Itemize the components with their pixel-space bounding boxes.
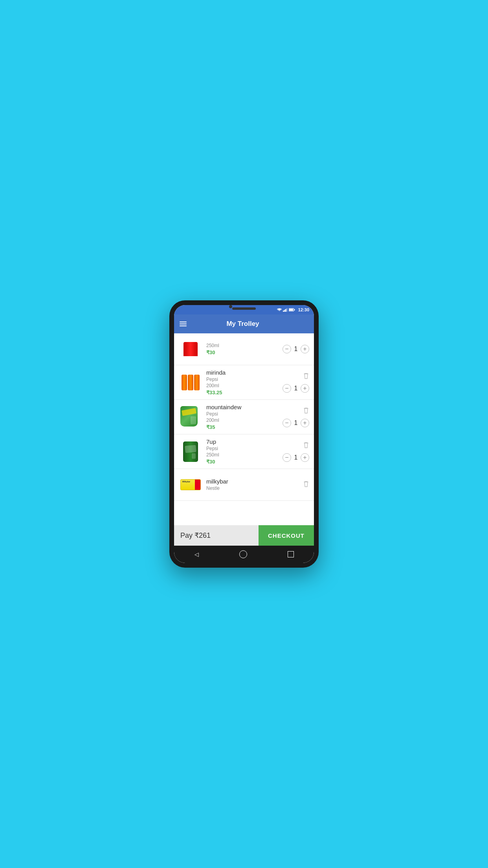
item-price-1: ₹33.25 xyxy=(206,390,283,395)
qty-increase-1[interactable]: + xyxy=(301,384,309,393)
nav-recent-button[interactable] xyxy=(288,551,294,557)
qty-decrease-1[interactable]: − xyxy=(283,384,291,393)
item-details-1: mirinda Pepsi 200ml ₹33.25 xyxy=(206,369,283,395)
trash-icon-1 xyxy=(303,372,309,379)
svg-rect-2 xyxy=(285,309,286,312)
svg-rect-0 xyxy=(283,311,284,312)
item-brand-1: Pepsi xyxy=(206,377,283,382)
delete-btn-4[interactable] xyxy=(303,480,309,489)
phone-device: 12:30 My Trolley 250ml ₹30 xyxy=(169,300,319,568)
nav-back-button[interactable]: ◁ xyxy=(194,551,199,557)
cart-item-3: 7up Pepsi 250ml ₹30 − 1 + xyxy=(174,434,314,469)
item-brand-4: Nestle xyxy=(206,485,303,491)
pay-label: Pay ₹261 xyxy=(174,531,259,540)
qty-value-1: 1 xyxy=(294,385,298,392)
qty-value-3: 1 xyxy=(294,454,298,461)
qty-decrease-0[interactable]: − xyxy=(283,345,291,353)
item-image-3 xyxy=(179,440,202,463)
item-image-0 xyxy=(179,337,202,361)
delete-btn-2[interactable] xyxy=(303,407,309,416)
battery-icon xyxy=(289,308,295,312)
item-price-3: ₹30 xyxy=(206,459,283,465)
app-bar: My Trolley xyxy=(174,314,314,333)
qty-control-0: − 1 + xyxy=(283,345,309,353)
mirinda-can-icon-2 xyxy=(188,375,193,390)
item-actions-3: − 1 + xyxy=(283,441,309,462)
mirinda-can-icon-3 xyxy=(194,375,200,390)
item-image-1 xyxy=(179,371,202,394)
qty-decrease-2[interactable]: − xyxy=(283,419,291,427)
svg-rect-5 xyxy=(294,309,295,311)
item-volume-0: 250ml xyxy=(206,343,283,348)
cart-item-1: mirinda Pepsi 200ml ₹33.25 − 1 + xyxy=(174,365,314,400)
red-can-partial-icon xyxy=(183,342,198,356)
milkybar-icon: Milkybar xyxy=(180,479,201,490)
mirinda-can-icon-1 xyxy=(182,375,187,390)
svg-rect-1 xyxy=(284,310,285,312)
item-actions-0: − 1 + xyxy=(283,345,309,353)
item-brand-3: Pepsi xyxy=(206,446,283,451)
cart-item-4: Milkybar milkybar Nestle xyxy=(174,469,314,501)
item-volume-1: 200ml xyxy=(206,383,283,388)
qty-value-2: 1 xyxy=(294,419,298,427)
qty-control-1: − 1 + xyxy=(283,384,309,393)
trash-icon-4 xyxy=(303,480,309,487)
qty-increase-2[interactable]: + xyxy=(301,419,309,427)
7up-can-icon xyxy=(183,441,198,462)
footer-bar: Pay ₹261 CHECKOUT xyxy=(174,525,314,546)
item-actions-1: − 1 + xyxy=(283,372,309,393)
item-brand-2: Pepsi xyxy=(206,411,283,417)
item-volume-2: 200ml xyxy=(206,417,283,423)
phone-screen: 12:30 My Trolley 250ml ₹30 xyxy=(174,305,314,563)
item-details-2: mountaindew Pepsi 200ml ₹35 xyxy=(206,404,283,430)
item-name-1: mirinda xyxy=(206,369,283,376)
trash-icon-3 xyxy=(303,441,309,449)
wifi-icon xyxy=(277,308,282,312)
svg-rect-6 xyxy=(289,309,293,311)
cart-item-0: 250ml ₹30 − 1 + xyxy=(174,333,314,365)
item-name-2: mountaindew xyxy=(206,404,283,410)
signal-icon xyxy=(283,308,288,312)
qty-value-0: 1 xyxy=(294,346,298,353)
qty-increase-3[interactable]: + xyxy=(301,453,309,462)
status-time: 12:30 xyxy=(298,307,309,312)
trash-icon-2 xyxy=(303,407,309,414)
item-actions-4 xyxy=(303,480,309,489)
delete-btn-3[interactable] xyxy=(303,441,309,450)
item-name-4: milkybar xyxy=(206,478,303,485)
checkout-button[interactable]: CHECKOUT xyxy=(259,525,314,546)
item-price-2: ₹35 xyxy=(206,424,283,430)
mountaindew-cup-icon xyxy=(180,406,198,427)
item-price-0: ₹30 xyxy=(206,349,283,355)
item-details-0: 250ml ₹30 xyxy=(206,343,283,355)
nav-bar: ◁ xyxy=(174,546,314,563)
hamburger-menu[interactable] xyxy=(180,322,187,326)
cart-list: 250ml ₹30 − 1 + xyxy=(174,333,314,525)
status-icons xyxy=(277,308,295,312)
svg-rect-3 xyxy=(286,308,288,312)
qty-increase-0[interactable]: + xyxy=(301,345,309,353)
item-details-4: milkybar Nestle xyxy=(206,478,303,492)
item-volume-3: 250ml xyxy=(206,452,283,458)
app-title: My Trolley xyxy=(187,320,299,328)
status-bar: 12:30 xyxy=(174,305,314,314)
item-image-2 xyxy=(179,405,202,429)
item-actions-2: − 1 + xyxy=(283,407,309,427)
qty-decrease-3[interactable]: − xyxy=(283,453,291,462)
delete-btn-1[interactable] xyxy=(303,372,309,381)
cart-item-2: mountaindew Pepsi 200ml ₹35 − 1 + xyxy=(174,400,314,434)
item-details-3: 7up Pepsi 250ml ₹30 xyxy=(206,438,283,465)
qty-control-3: − 1 + xyxy=(283,453,309,462)
item-name-3: 7up xyxy=(206,438,283,445)
item-image-4: Milkybar xyxy=(179,473,202,497)
nav-home-button[interactable] xyxy=(239,550,247,558)
qty-control-2: − 1 + xyxy=(283,419,309,427)
